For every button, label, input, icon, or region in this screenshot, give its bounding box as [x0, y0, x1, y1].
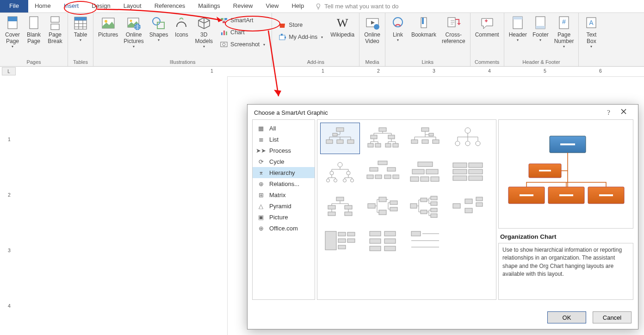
bookmark-button[interactable]: Bookmark	[409, 14, 439, 38]
category-all[interactable]: ▦All	[253, 123, 315, 134]
svg-rect-96	[453, 176, 467, 180]
svg-rect-90	[421, 177, 429, 181]
category-office[interactable]: ⊕Office.com	[253, 223, 315, 234]
tab-references[interactable]: References	[148, 0, 192, 12]
cross-reference-button[interactable]: Cross- reference	[439, 14, 468, 44]
text-box-button[interactable]: A Text Box▾	[581, 14, 602, 49]
category-pyramid[interactable]: △Pyramid	[253, 200, 315, 211]
category-cycle[interactable]: ⟳Cycle	[253, 156, 315, 167]
group-label-text	[581, 64, 602, 66]
thumb-hierarchy-5[interactable]	[320, 157, 360, 188]
thumb-hierarchy-4[interactable]	[448, 123, 488, 154]
category-picture[interactable]: ▣Picture	[253, 211, 315, 223]
svg-text:#: #	[562, 18, 566, 25]
online-video-button[interactable]: Online Video	[361, 14, 383, 44]
thumb-hierarchy-10[interactable]	[363, 191, 402, 223]
page-number-button[interactable]: # Page Number▾	[551, 14, 577, 49]
tab-file[interactable]: File	[0, 0, 28, 12]
vertical-ruler[interactable]: 1 2 3 4	[6, 81, 15, 331]
matrix-icon: ⊞	[257, 191, 265, 199]
online-pictures-button[interactable]: Online Pictures▾	[121, 14, 146, 49]
svg-rect-46	[336, 128, 344, 131]
svg-point-33	[374, 24, 379, 30]
table-button[interactable]: Table▾	[70, 14, 91, 42]
dialog-close-button[interactable]	[616, 108, 632, 117]
cancel-button[interactable]: Cancel	[593, 311, 632, 323]
ok-button[interactable]: OK	[547, 311, 586, 323]
thumb-hierarchy-11[interactable]	[405, 191, 445, 223]
svg-rect-141	[520, 194, 533, 196]
svg-point-15	[130, 20, 132, 22]
tell-me-search[interactable]: Tell me what you want to do	[310, 0, 403, 12]
svg-rect-84	[384, 175, 391, 179]
thumb-hierarchy-14[interactable]	[363, 225, 402, 257]
group-illustrations: Pictures Online Pictures▾ Shapes▾ Icons …	[93, 13, 272, 66]
category-list[interactable]: ≣List	[253, 134, 315, 145]
svg-point-71	[476, 141, 480, 146]
smartart-button[interactable]: SmartArt	[217, 15, 268, 26]
svg-rect-145	[599, 194, 613, 196]
link-button[interactable]: Link▾	[387, 14, 409, 42]
tab-home[interactable]: Home	[28, 0, 57, 12]
category-process[interactable]: ➤➤Process	[253, 145, 315, 156]
svg-line-23	[224, 20, 226, 21]
group-label-comments: Comments	[472, 58, 502, 66]
dialog-help-button[interactable]: ?	[601, 109, 616, 117]
thumb-hierarchy-9[interactable]	[320, 191, 360, 223]
svg-rect-128	[370, 239, 381, 243]
thumb-hierarchy-3[interactable]	[405, 123, 445, 154]
tab-design[interactable]: Design	[85, 0, 117, 12]
page-break-icon	[48, 16, 62, 31]
3d-models-button[interactable]: 3D Models▾	[192, 14, 216, 49]
thumb-org-chart[interactable]	[320, 123, 360, 154]
thumb-hierarchy-2[interactable]	[363, 123, 402, 154]
horizontal-ruler[interactable]: 1 1 2 3 4 5 6	[211, 67, 644, 76]
icons-button[interactable]: Icons	[171, 14, 192, 38]
thumb-hierarchy-15[interactable]	[405, 225, 445, 257]
thumb-hierarchy-12[interactable]	[448, 191, 488, 223]
wikipedia-button[interactable]: W Wikipedia	[328, 14, 357, 38]
svg-point-69	[455, 141, 460, 146]
tab-mailings[interactable]: Mailings	[192, 0, 227, 12]
pictures-button[interactable]: Pictures	[95, 14, 121, 38]
svg-rect-137	[560, 143, 575, 145]
blank-page-button[interactable]: Blank Page	[23, 14, 44, 44]
category-relationship[interactable]: ⊕Relations...	[253, 178, 315, 189]
cover-page-button[interactable]: Cover Page▾	[2, 14, 23, 49]
shapes-button[interactable]: Shapes▾	[147, 14, 171, 42]
svg-point-13	[105, 20, 107, 23]
svg-point-78	[351, 179, 354, 182]
screenshot-button[interactable]: Screenshot▾	[217, 39, 268, 50]
page-break-button[interactable]: Page Break	[44, 14, 66, 44]
footer-button[interactable]: Footer▾	[530, 14, 551, 42]
svg-rect-36	[422, 18, 424, 24]
store-button[interactable]: Store	[276, 19, 326, 31]
tab-view[interactable]: View	[259, 0, 285, 12]
comment-button[interactable]: Comment	[472, 14, 502, 38]
thumb-hierarchy-8[interactable]	[448, 157, 488, 188]
svg-rect-95	[469, 169, 483, 174]
my-addins-button[interactable]: My Add-ins▾	[276, 31, 326, 43]
cycle-icon: ⟳	[257, 158, 265, 165]
tab-help[interactable]: Help	[285, 0, 310, 12]
svg-rect-127	[384, 231, 396, 236]
chart-button[interactable]: Chart	[217, 27, 268, 38]
svg-rect-11	[74, 17, 87, 20]
tab-insert[interactable]: Insert	[57, 0, 86, 12]
thumb-hierarchy-13[interactable]	[320, 225, 360, 257]
thumb-hierarchy-7[interactable]	[405, 157, 445, 188]
svg-rect-1	[8, 17, 17, 21]
category-matrix[interactable]: ⊞Matrix	[253, 189, 315, 200]
svg-rect-124	[347, 239, 355, 242]
header-button[interactable]: Header▾	[506, 14, 530, 42]
category-hierarchy[interactable]: ⌆Hierarchy	[253, 167, 315, 178]
svg-rect-102	[345, 212, 352, 216]
tab-review[interactable]: Review	[227, 0, 260, 12]
tab-layout[interactable]: Layout	[117, 0, 148, 12]
svg-point-73	[330, 171, 334, 175]
ruler-left-indicator[interactable]: L	[2, 67, 16, 75]
svg-rect-83	[375, 175, 382, 179]
svg-rect-107	[390, 207, 397, 211]
blank-page-icon	[26, 16, 41, 31]
thumb-hierarchy-6[interactable]	[363, 157, 402, 188]
